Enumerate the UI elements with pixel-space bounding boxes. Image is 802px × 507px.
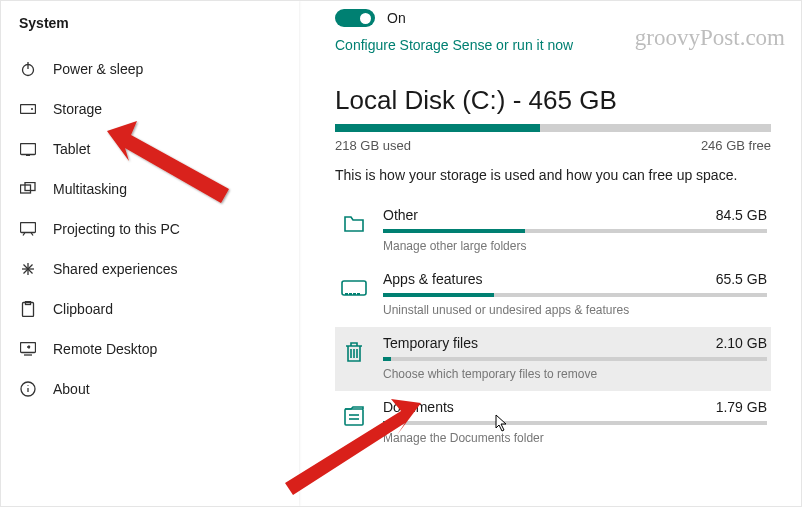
storage-sense-toggle[interactable] bbox=[335, 9, 375, 27]
power-icon bbox=[19, 61, 37, 77]
category-size: 84.5 GB bbox=[716, 207, 767, 223]
category-subtext: Manage other large folders bbox=[383, 239, 767, 253]
category-size: 65.5 GB bbox=[716, 271, 767, 287]
sidebar-item-multitasking[interactable]: Multitasking bbox=[1, 169, 299, 209]
sidebar-item-shared-experiences[interactable]: Shared experiences bbox=[1, 249, 299, 289]
sidebar-item-power-sleep[interactable]: Power & sleep bbox=[1, 49, 299, 89]
sidebar-item-storage[interactable]: Storage bbox=[1, 89, 299, 129]
disk-used-label: 218 GB used bbox=[335, 138, 411, 153]
category-subtext: Choose which temporary files to remove bbox=[383, 367, 767, 381]
trash-icon bbox=[339, 337, 369, 367]
sidebar-item-label: Projecting to this PC bbox=[53, 221, 180, 237]
sidebar-item-label: Power & sleep bbox=[53, 61, 143, 77]
folder-icon bbox=[339, 209, 369, 239]
sidebar-item-about[interactable]: About bbox=[1, 369, 299, 409]
storage-category-apps-features[interactable]: Apps & features65.5 GBUninstall unused o… bbox=[335, 263, 771, 327]
svg-rect-24 bbox=[357, 293, 360, 295]
svg-rect-23 bbox=[353, 293, 356, 295]
svg-rect-22 bbox=[349, 293, 352, 295]
disk-free-label: 246 GB free bbox=[701, 138, 771, 153]
tablet-icon bbox=[19, 143, 37, 156]
category-name: Apps & features bbox=[383, 271, 483, 287]
sidebar-item-label: Remote Desktop bbox=[53, 341, 157, 357]
category-name: Temporary files bbox=[383, 335, 478, 351]
svg-point-3 bbox=[31, 108, 33, 110]
category-name: Documents bbox=[383, 399, 454, 415]
svg-rect-8 bbox=[21, 223, 36, 233]
document-icon bbox=[339, 401, 369, 431]
storage-category-documents[interactable]: Documents1.79 GBManage the Documents fol… bbox=[335, 391, 771, 455]
remote-desktop-icon bbox=[19, 342, 37, 356]
sidebar-item-remote-desktop[interactable]: Remote Desktop bbox=[1, 329, 299, 369]
sidebar-item-projecting[interactable]: Projecting to this PC bbox=[1, 209, 299, 249]
apps-icon bbox=[339, 273, 369, 303]
category-size: 1.79 GB bbox=[716, 399, 767, 415]
projecting-icon bbox=[19, 222, 37, 236]
category-bar bbox=[383, 357, 767, 361]
sidebar: System Power & sleep Storage Tablet Mult… bbox=[1, 1, 299, 506]
storage-sense-state: On bbox=[387, 10, 406, 26]
multitasking-icon bbox=[19, 182, 37, 196]
disk-title: Local Disk (C:) - 465 GB bbox=[335, 85, 771, 116]
category-bar bbox=[383, 229, 767, 233]
sidebar-title: System bbox=[1, 15, 299, 49]
category-subtext: Uninstall unused or undesired apps & fea… bbox=[383, 303, 767, 317]
storage-icon bbox=[19, 104, 37, 114]
svg-point-19 bbox=[27, 385, 28, 386]
sidebar-item-tablet[interactable]: Tablet bbox=[1, 129, 299, 169]
sidebar-item-clipboard[interactable]: Clipboard bbox=[1, 289, 299, 329]
svg-rect-25 bbox=[345, 409, 363, 425]
disk-usage-bar bbox=[335, 124, 771, 132]
svg-rect-20 bbox=[342, 281, 366, 295]
clipboard-icon bbox=[19, 301, 37, 317]
sidebar-item-label: About bbox=[53, 381, 90, 397]
content: On Configure Storage Sense or run it now… bbox=[299, 1, 801, 506]
shared-icon bbox=[19, 261, 37, 277]
category-name: Other bbox=[383, 207, 418, 223]
svg-rect-4 bbox=[21, 143, 36, 154]
sidebar-item-label: Storage bbox=[53, 101, 102, 117]
svg-rect-21 bbox=[345, 293, 348, 295]
storage-category-temporary-files[interactable]: Temporary files2.10 GBChoose which tempo… bbox=[335, 327, 771, 391]
sidebar-item-label: Shared experiences bbox=[53, 261, 178, 277]
category-bar bbox=[383, 293, 767, 297]
sidebar-item-label: Multitasking bbox=[53, 181, 127, 197]
category-size: 2.10 GB bbox=[716, 335, 767, 351]
watermark: groovyPost.com bbox=[635, 25, 785, 51]
sidebar-item-label: Tablet bbox=[53, 141, 90, 157]
about-icon bbox=[19, 381, 37, 397]
storage-category-other[interactable]: Other84.5 GBManage other large folders bbox=[335, 199, 771, 263]
category-subtext: Manage the Documents folder bbox=[383, 431, 767, 445]
svg-rect-2 bbox=[21, 105, 36, 114]
category-bar bbox=[383, 421, 767, 425]
sidebar-item-label: Clipboard bbox=[53, 301, 113, 317]
disk-description: This is how your storage is used and how… bbox=[335, 167, 771, 183]
